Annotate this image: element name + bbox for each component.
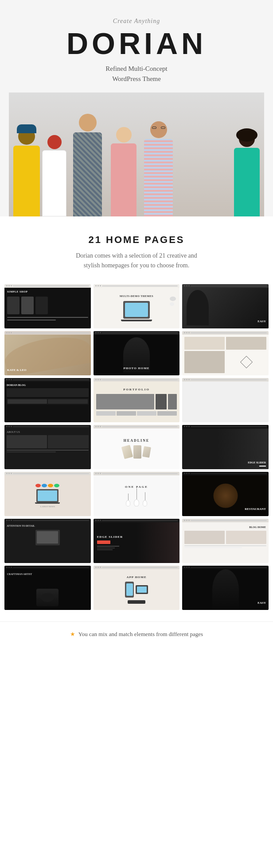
thumbnails-grid: SIMPLE SHOP MULTI-D: [0, 280, 273, 617]
thumb-kate-leo[interactable]: KATE & LEO: [4, 331, 91, 375]
hero-subtitle: Create Anything: [9, 18, 264, 25]
hero-section: Create Anything DORIAN Refined Multi-Con…: [0, 0, 273, 216]
thumb-easy[interactable]: EASY: [182, 284, 269, 328]
section-description: Dorian comes with a selection of 21 crea…: [9, 251, 264, 271]
person-2: [42, 135, 66, 216]
edge-slider-label: EDGE SLIDER: [248, 461, 266, 464]
thumb-minimal[interactable]: [182, 331, 269, 375]
thumb-about[interactable]: ABOUT US: [4, 425, 91, 469]
kate-leo-label: KATE & LEO: [7, 368, 26, 372]
attention-label: ATTENTION TO DETAIL: [7, 525, 89, 527]
thumbnail-row-1: SIMPLE SHOP MULTI-D: [4, 284, 269, 328]
person-4: [111, 127, 136, 216]
photo-home-label: PHOTO HOME: [123, 366, 149, 370]
restaurant-label: RESTAURANT: [245, 507, 266, 511]
thumb-headline[interactable]: HEADLINE: [94, 425, 180, 469]
simple-shop-label: SIMPLE SHOP: [7, 290, 88, 293]
thumb-edge-slider[interactable]: EDGE SLIDER: [182, 425, 269, 469]
footer-text: You can mix and match elements from diff…: [78, 631, 203, 637]
person-1: [13, 128, 40, 216]
person-5: [144, 121, 173, 216]
star-icon: ★: [70, 631, 75, 637]
portfolio-label: PORTFOLIO: [123, 388, 150, 391]
thumbnail-row-2: KATE & LEO PHOTO HOME: [4, 331, 269, 375]
dark-portrait-label: EASY: [257, 601, 266, 605]
thumbnail-row-6: ATTENTION TO DETAIL: [4, 519, 269, 563]
dorian-blog-label: DORIAN BLOG: [7, 384, 89, 386]
thumb-laptop-watercolor[interactable]: LATEST NEWS: [4, 472, 91, 516]
headline-label: HEADLINE: [124, 439, 150, 443]
hero-description: Refined Multi-Concept WordPress Theme: [9, 64, 264, 84]
thumbnail-row-5: LATEST NEWS ONE PAGE: [4, 472, 269, 516]
craftsman-label: CRAFTSMAN ARTIST: [7, 573, 32, 575]
thumb-attention-to-detail[interactable]: ATTENTION TO DETAIL: [4, 519, 91, 563]
footer-note: ★ You can mix and match elements from di…: [0, 621, 273, 647]
about-label: ABOUT US: [7, 431, 89, 433]
person-6: [234, 131, 260, 216]
thumb-dorian-blog[interactable]: DORIAN BLOG: [4, 378, 91, 422]
thumbnail-row-3: DORIAN BLOG: [4, 378, 269, 422]
home-pages-section: 21 HOME PAGES Dorian comes with a select…: [0, 216, 273, 280]
thumb-one-page[interactable]: ONE PAGE: [94, 472, 180, 516]
thumb-blog-home[interactable]: BLOG HOME: [182, 519, 269, 563]
thumb-restaurant[interactable]: RESTAURANT: [182, 472, 269, 516]
thumbnail-row-7: CRAFTSMAN ARTIST APP HOME: [4, 566, 269, 610]
thumb-dark-portrait[interactable]: EASY: [182, 566, 269, 610]
thumbnail-row-4: ABOUT US: [4, 425, 269, 469]
thumb-edge-slider-2[interactable]: EDGE SLIDER: [94, 519, 180, 563]
thumb-craftsman-artist[interactable]: CRAFTSMAN ARTIST: [4, 566, 91, 610]
hero-title: DORIAN: [9, 28, 264, 58]
section-title: 21 HOME PAGES: [9, 234, 264, 246]
multi-demo-label: MULTI-DEMO THEMES: [120, 295, 153, 297]
app-home-label: APP HOME: [126, 575, 146, 579]
easy-label: EASY: [257, 320, 266, 323]
thumb-team[interactable]: [182, 378, 269, 422]
person-3: [73, 114, 102, 216]
thumb-portfolio[interactable]: PORTFOLIO: [94, 378, 180, 422]
thumb-simple-shop[interactable]: SIMPLE SHOP: [4, 284, 91, 328]
thumb-photo-home[interactable]: PHOTO HOME: [94, 331, 180, 375]
blog-home-label: BLOG HOME: [249, 526, 266, 529]
thumb-multi-demo[interactable]: MULTI-DEMO THEMES: [94, 284, 180, 328]
hero-image: [9, 93, 264, 216]
thumb-app-home[interactable]: APP HOME: [94, 566, 180, 610]
edge-slider2-label: EDGE SLIDER: [97, 535, 123, 539]
